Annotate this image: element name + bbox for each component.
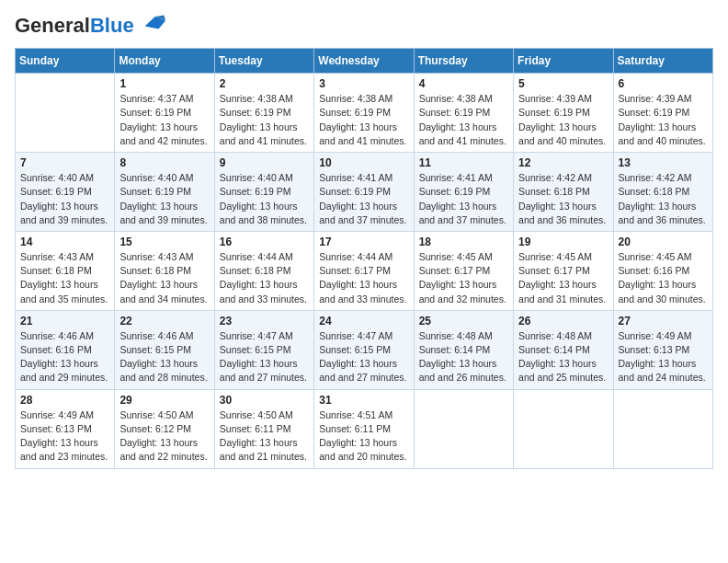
calendar-cell: 6Sunrise: 4:39 AMSunset: 6:19 PMDaylight… [613, 74, 712, 153]
day-number: 28 [20, 394, 109, 407]
day-number: 30 [220, 394, 309, 407]
weekday-header-tuesday: Tuesday [214, 49, 313, 74]
weekday-header-monday: Monday [115, 49, 214, 74]
calendar-cell: 10Sunrise: 4:41 AMSunset: 6:19 PMDayligh… [314, 153, 414, 232]
day-info: Sunrise: 4:43 AMSunset: 6:18 PMDaylight:… [20, 250, 109, 306]
calendar-cell: 18Sunrise: 4:45 AMSunset: 6:17 PMDayligh… [414, 231, 513, 310]
weekday-header-saturday: Saturday [613, 49, 712, 74]
day-number: 6 [619, 77, 708, 90]
day-number: 1 [119, 77, 209, 90]
day-info: Sunrise: 4:39 AMSunset: 6:19 PMDaylight:… [619, 92, 708, 148]
calendar-cell: 8Sunrise: 4:40 AMSunset: 6:19 PMDaylight… [115, 153, 214, 232]
day-info: Sunrise: 4:45 AMSunset: 6:16 PMDaylight:… [619, 250, 708, 306]
day-number: 21 [20, 315, 109, 327]
calendar-cell: 9Sunrise: 4:40 AMSunset: 6:19 PMDaylight… [214, 153, 313, 232]
day-info: Sunrise: 4:47 AMSunset: 6:15 PMDaylight:… [220, 329, 309, 385]
day-number: 31 [319, 394, 408, 407]
calendar-cell: 22Sunrise: 4:46 AMSunset: 6:15 PMDayligh… [115, 310, 214, 389]
day-number: 27 [619, 315, 708, 327]
calendar-week-3: 14Sunrise: 4:43 AMSunset: 6:18 PMDayligh… [16, 231, 713, 310]
day-info: Sunrise: 4:43 AMSunset: 6:18 PMDaylight:… [119, 250, 209, 306]
calendar-cell: 29Sunrise: 4:50 AMSunset: 6:12 PMDayligh… [115, 389, 214, 468]
calendar-cell: 19Sunrise: 4:45 AMSunset: 6:17 PMDayligh… [514, 231, 613, 310]
calendar-week-5: 28Sunrise: 4:49 AMSunset: 6:13 PMDayligh… [16, 389, 713, 468]
calendar-cell [414, 389, 513, 468]
day-number: 20 [619, 236, 708, 248]
calendar-cell: 30Sunrise: 4:50 AMSunset: 6:11 PMDayligh… [214, 389, 313, 468]
logo: GeneralBlue [15, 15, 165, 37]
logo-text: GeneralBlue [15, 15, 134, 37]
day-info: Sunrise: 4:41 AMSunset: 6:19 PMDaylight:… [419, 171, 508, 227]
day-info: Sunrise: 4:40 AMSunset: 6:19 PMDaylight:… [220, 171, 309, 227]
day-info: Sunrise: 4:45 AMSunset: 6:17 PMDaylight:… [419, 250, 508, 306]
calendar-cell: 17Sunrise: 4:44 AMSunset: 6:17 PMDayligh… [314, 231, 414, 310]
calendar-cell: 7Sunrise: 4:40 AMSunset: 6:19 PMDaylight… [16, 153, 115, 232]
day-number: 15 [119, 236, 209, 248]
weekday-header-wednesday: Wednesday [314, 49, 414, 74]
day-info: Sunrise: 4:45 AMSunset: 6:17 PMDaylight:… [518, 250, 608, 306]
day-number: 24 [319, 315, 408, 327]
day-info: Sunrise: 4:40 AMSunset: 6:19 PMDaylight:… [119, 171, 209, 227]
day-number: 26 [518, 315, 608, 327]
day-info: Sunrise: 4:44 AMSunset: 6:18 PMDaylight:… [220, 250, 309, 306]
calendar-week-1: 1Sunrise: 4:37 AMSunset: 6:19 PMDaylight… [16, 74, 713, 153]
calendar-cell: 24Sunrise: 4:47 AMSunset: 6:15 PMDayligh… [314, 310, 414, 389]
calendar-body: 1Sunrise: 4:37 AMSunset: 6:19 PMDaylight… [16, 74, 713, 468]
day-number: 12 [518, 156, 608, 169]
calendar-cell: 27Sunrise: 4:49 AMSunset: 6:13 PMDayligh… [613, 310, 712, 389]
weekday-header-thursday: Thursday [414, 49, 513, 74]
calendar-cell [514, 389, 613, 468]
day-number: 11 [419, 156, 508, 169]
calendar-cell: 5Sunrise: 4:39 AMSunset: 6:19 PMDaylight… [514, 74, 613, 153]
day-info: Sunrise: 4:46 AMSunset: 6:16 PMDaylight:… [20, 329, 109, 385]
day-number: 3 [319, 77, 408, 90]
day-info: Sunrise: 4:38 AMSunset: 6:19 PMDaylight:… [419, 92, 508, 148]
day-number: 7 [20, 156, 109, 169]
day-number: 18 [419, 236, 508, 248]
calendar-cell: 2Sunrise: 4:38 AMSunset: 6:19 PMDaylight… [214, 74, 313, 153]
day-number: 4 [419, 77, 508, 90]
day-number: 2 [220, 77, 309, 90]
calendar-cell: 26Sunrise: 4:48 AMSunset: 6:14 PMDayligh… [514, 310, 613, 389]
day-number: 9 [220, 156, 309, 169]
calendar-cell: 11Sunrise: 4:41 AMSunset: 6:19 PMDayligh… [414, 153, 513, 232]
day-info: Sunrise: 4:41 AMSunset: 6:19 PMDaylight:… [319, 171, 408, 227]
calendar-header: SundayMondayTuesdayWednesdayThursdayFrid… [16, 49, 713, 74]
day-number: 23 [220, 315, 309, 327]
day-number: 5 [518, 77, 608, 90]
day-info: Sunrise: 4:50 AMSunset: 6:11 PMDaylight:… [220, 408, 309, 465]
day-number: 14 [20, 236, 109, 248]
day-number: 17 [319, 236, 408, 248]
calendar-cell: 21Sunrise: 4:46 AMSunset: 6:16 PMDayligh… [16, 310, 115, 389]
day-info: Sunrise: 4:46 AMSunset: 6:15 PMDaylight:… [119, 329, 209, 385]
day-info: Sunrise: 4:51 AMSunset: 6:11 PMDaylight:… [319, 408, 408, 465]
calendar-cell: 31Sunrise: 4:51 AMSunset: 6:11 PMDayligh… [314, 389, 414, 468]
day-info: Sunrise: 4:50 AMSunset: 6:12 PMDaylight:… [119, 408, 209, 465]
calendar-cell: 16Sunrise: 4:44 AMSunset: 6:18 PMDayligh… [214, 231, 313, 310]
day-info: Sunrise: 4:39 AMSunset: 6:19 PMDaylight:… [518, 92, 608, 148]
day-info: Sunrise: 4:37 AMSunset: 6:19 PMDaylight:… [119, 92, 209, 148]
day-info: Sunrise: 4:38 AMSunset: 6:19 PMDaylight:… [220, 92, 309, 148]
day-info: Sunrise: 4:44 AMSunset: 6:17 PMDaylight:… [319, 250, 408, 306]
day-info: Sunrise: 4:38 AMSunset: 6:19 PMDaylight:… [319, 92, 408, 148]
day-number: 13 [619, 156, 708, 169]
calendar-cell: 14Sunrise: 4:43 AMSunset: 6:18 PMDayligh… [16, 231, 115, 310]
calendar-table: SundayMondayTuesdayWednesdayThursdayFrid… [15, 48, 713, 468]
calendar-cell: 12Sunrise: 4:42 AMSunset: 6:18 PMDayligh… [514, 153, 613, 232]
calendar-cell: 4Sunrise: 4:38 AMSunset: 6:19 PMDaylight… [414, 74, 513, 153]
calendar-cell: 15Sunrise: 4:43 AMSunset: 6:18 PMDayligh… [115, 231, 214, 310]
day-info: Sunrise: 4:42 AMSunset: 6:18 PMDaylight:… [619, 171, 708, 227]
calendar-cell: 25Sunrise: 4:48 AMSunset: 6:14 PMDayligh… [414, 310, 513, 389]
day-info: Sunrise: 4:42 AMSunset: 6:18 PMDaylight:… [518, 171, 608, 227]
day-info: Sunrise: 4:47 AMSunset: 6:15 PMDaylight:… [319, 329, 408, 385]
weekday-header-friday: Friday [514, 49, 613, 74]
day-info: Sunrise: 4:49 AMSunset: 6:13 PMDaylight:… [619, 329, 708, 385]
weekday-row: SundayMondayTuesdayWednesdayThursdayFrid… [16, 49, 713, 74]
day-number: 10 [319, 156, 408, 169]
day-number: 22 [119, 315, 209, 327]
weekday-header-sunday: Sunday [16, 49, 115, 74]
calendar-cell [613, 389, 712, 468]
day-info: Sunrise: 4:48 AMSunset: 6:14 PMDaylight:… [419, 329, 508, 385]
logo-icon [138, 14, 165, 30]
calendar-cell: 28Sunrise: 4:49 AMSunset: 6:13 PMDayligh… [16, 389, 115, 468]
